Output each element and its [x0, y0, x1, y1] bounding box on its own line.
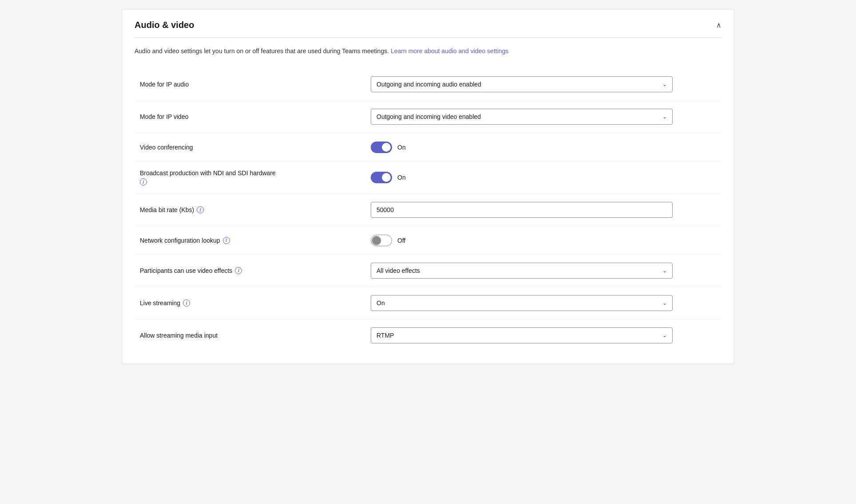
learn-more-link[interactable]: Learn more about audio and video setting… [391, 47, 508, 55]
toggle-video-conferencing[interactable] [371, 142, 392, 153]
input-media-bit-rate[interactable] [371, 202, 673, 218]
panel-description: Audio and video settings let you turn on… [135, 47, 721, 56]
setting-row-ip-video: Mode for IP video Outgoing and incoming … [135, 101, 721, 133]
toggle-thumb-broadcast [382, 173, 391, 182]
label-video-effects: Participants can use video effects i [140, 267, 371, 274]
label-main-broadcast: Broadcast production with NDI and SDI ha… [140, 169, 371, 177]
setting-row-video-effects: Participants can use video effects i All… [135, 255, 721, 287]
dropdown-value-video-effects: All video effects [376, 267, 420, 274]
control-video-conferencing: On [371, 142, 716, 153]
toggle-network-config[interactable] [371, 235, 392, 246]
toggle-track-network-config [371, 235, 392, 246]
setting-row-video-conferencing: Video conferencing On [135, 133, 721, 161]
dropdown-value-ip-video: Outgoing and incoming video enabled [376, 113, 481, 120]
dropdown-streaming-media[interactable]: RTMP ⌄ [371, 327, 673, 343]
label-ip-video: Mode for IP video [140, 113, 371, 120]
dropdown-ip-video[interactable]: Outgoing and incoming video enabled ⌄ [371, 109, 673, 125]
info-icon-live-streaming[interactable]: i [183, 299, 190, 307]
description-text: Audio and video settings let you turn on… [135, 47, 389, 55]
control-network-config: Off [371, 235, 716, 246]
label-text-ip-audio: Mode for IP audio [140, 81, 189, 88]
label-text-video-conferencing: Video conferencing [140, 144, 193, 151]
dropdown-video-effects[interactable]: All video effects ⌄ [371, 263, 673, 279]
setting-row-ip-audio: Mode for IP audio Outgoing and incoming … [135, 68, 721, 101]
settings-grid: Mode for IP audio Outgoing and incoming … [135, 68, 721, 351]
control-media-bit-rate [371, 202, 716, 218]
control-ip-video: Outgoing and incoming video enabled ⌄ [371, 109, 716, 125]
toggle-container-video-conferencing: On [371, 142, 406, 153]
chevron-down-icon: ⌄ [662, 268, 667, 274]
control-streaming-media: RTMP ⌄ [371, 327, 716, 343]
control-ip-audio: Outgoing and incoming audio enabled ⌄ [371, 76, 716, 92]
chevron-down-icon: ⌄ [662, 300, 667, 306]
control-broadcast: On [371, 172, 716, 183]
setting-row-network-config: Network configuration lookup i Off [135, 226, 721, 255]
audio-video-panel: Audio & video ∧ Audio and video settings… [122, 9, 734, 364]
toggle-label-video-conferencing: On [397, 144, 406, 151]
collapse-icon[interactable]: ∧ [716, 21, 721, 29]
setting-row-streaming-media: Allow streaming media input RTMP ⌄ [135, 319, 721, 351]
toggle-container-network-config: Off [371, 235, 405, 246]
chevron-down-icon: ⌄ [662, 114, 667, 120]
toggle-label-broadcast: On [397, 174, 406, 181]
panel-title: Audio & video [135, 20, 194, 30]
label-text-broadcast: Broadcast production with NDI and SDI ha… [140, 169, 276, 177]
toggle-thumb-network-config [372, 236, 381, 245]
label-live-streaming: Live streaming i [140, 299, 371, 307]
label-info-broadcast: i [140, 178, 371, 185]
setting-row-live-streaming: Live streaming i On ⌄ [135, 287, 721, 319]
label-media-bit-rate: Media bit rate (Kbs) i [140, 206, 371, 213]
toggle-track-broadcast [371, 172, 392, 183]
label-text-live-streaming: Live streaming [140, 299, 180, 307]
info-icon-network-config[interactable]: i [223, 237, 230, 244]
label-broadcast: Broadcast production with NDI and SDI ha… [140, 169, 371, 185]
info-icon-video-effects[interactable]: i [235, 267, 242, 274]
toggle-thumb-video-conferencing [382, 143, 391, 152]
label-video-conferencing: Video conferencing [140, 144, 371, 151]
toggle-broadcast[interactable] [371, 172, 392, 183]
panel-header: Audio & video ∧ [135, 20, 721, 38]
control-live-streaming: On ⌄ [371, 295, 716, 311]
toggle-container-broadcast: On [371, 172, 406, 183]
label-ip-audio: Mode for IP audio [140, 81, 371, 88]
chevron-down-icon: ⌄ [662, 332, 667, 339]
dropdown-value-ip-audio: Outgoing and incoming audio enabled [376, 81, 481, 88]
label-text-video-effects: Participants can use video effects [140, 267, 232, 274]
label-text-network-config: Network configuration lookup [140, 237, 220, 244]
label-text-streaming-media: Allow streaming media input [140, 332, 218, 339]
dropdown-live-streaming[interactable]: On ⌄ [371, 295, 673, 311]
toggle-track-video-conferencing [371, 142, 392, 153]
setting-row-broadcast: Broadcast production with NDI and SDI ha… [135, 161, 721, 194]
label-text-ip-video: Mode for IP video [140, 113, 188, 120]
control-video-effects: All video effects ⌄ [371, 263, 716, 279]
info-icon-broadcast[interactable]: i [140, 178, 147, 185]
chevron-down-icon: ⌄ [662, 81, 667, 87]
dropdown-ip-audio[interactable]: Outgoing and incoming audio enabled ⌄ [371, 76, 673, 92]
label-text-media-bit-rate: Media bit rate (Kbs) [140, 206, 194, 213]
label-network-config: Network configuration lookup i [140, 237, 371, 244]
info-icon-media-bit-rate[interactable]: i [197, 206, 204, 213]
label-streaming-media: Allow streaming media input [140, 332, 371, 339]
dropdown-value-streaming-media: RTMP [376, 332, 394, 339]
toggle-label-network-config: Off [397, 237, 405, 244]
dropdown-value-live-streaming: On [376, 299, 385, 307]
setting-row-media-bit-rate: Media bit rate (Kbs) i [135, 194, 721, 226]
